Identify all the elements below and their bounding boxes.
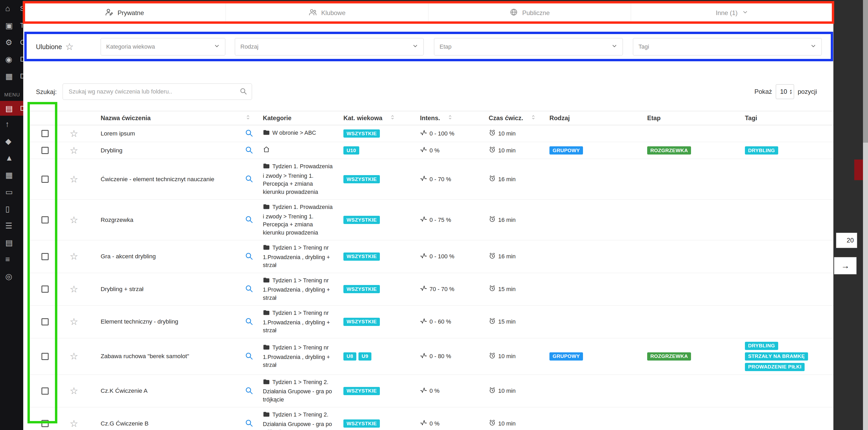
favorite-star-icon[interactable]: ☆ xyxy=(70,175,78,184)
age-badge: WSZYSTKIE xyxy=(343,175,380,183)
sidebar-item[interactable]: ▲ xyxy=(0,150,23,166)
tab-publiczne[interactable]: Publiczne xyxy=(428,2,631,24)
time-value: 15 min xyxy=(498,318,516,325)
sort-icon[interactable] xyxy=(447,114,453,122)
favorite-star-icon[interactable]: ☆ xyxy=(70,386,78,396)
preview-search-icon[interactable] xyxy=(245,386,253,396)
age-badge: U8 xyxy=(343,352,356,361)
arrow-up-icon: ↑ xyxy=(5,120,15,129)
row-checkbox[interactable] xyxy=(41,353,49,360)
filter-dropdown-etap[interactable]: Etap xyxy=(434,38,623,56)
favorite-star-icon[interactable]: ☆ xyxy=(70,317,78,327)
column-header-intensity[interactable]: Intens. xyxy=(417,114,486,122)
preview-cell xyxy=(238,284,260,294)
tags-cell: DRYBLINGSTRZAŁY NA BRAMKĘPROWADZENIE PIŁ… xyxy=(742,342,833,371)
column-header-name[interactable]: Nazwa ćwiczenia xyxy=(89,114,260,122)
column-header-time[interactable]: Czas ćwicz. xyxy=(486,114,547,122)
favorite-star-icon[interactable]: ☆ xyxy=(70,215,78,225)
column-header-age[interactable]: Kat. wiekowa xyxy=(341,114,417,122)
favorites-toggle[interactable]: Ulubione ☆ xyxy=(36,38,74,56)
row-checkbox[interactable] xyxy=(41,285,49,293)
sidebar-item[interactable]: ▦ xyxy=(0,166,23,183)
table-row: ☆RozgrzewkaTydzien 1. Prowadzenia i zwod… xyxy=(30,200,833,240)
sidebar-item[interactable]: ▯ xyxy=(0,200,23,217)
row-checkbox[interactable] xyxy=(41,147,49,154)
favorite-star-icon[interactable]: ☆ xyxy=(70,284,78,294)
category-cell: Tydzien 1 > Trening nr 1.Prowadzenia , d… xyxy=(260,344,341,369)
stepper-arrows-icon[interactable]: ▴▾ xyxy=(790,89,792,95)
tab-inne-1-[interactable]: Inne (1) xyxy=(631,2,833,24)
row-checkbox[interactable] xyxy=(41,318,49,326)
table-row: ☆Element techniczny - dryblingTydzien 1 … xyxy=(30,306,833,338)
preview-search-icon[interactable] xyxy=(245,351,253,361)
preview-search-icon[interactable] xyxy=(245,252,253,262)
preview-search-icon[interactable] xyxy=(245,129,253,139)
page-size-select[interactable]: 10 ▴▾ xyxy=(776,84,794,99)
sidebar-item[interactable]: ▦D xyxy=(0,68,23,85)
sidebar-item[interactable]: ▣T xyxy=(0,17,23,34)
sidebar-item[interactable]: ≡ xyxy=(0,251,23,268)
filter-dropdown-tagi[interactable]: Tagi xyxy=(633,38,822,56)
favorite-star-icon[interactable]: ☆ xyxy=(70,146,78,155)
sidebar-item[interactable]: ◆ xyxy=(0,132,23,150)
preview-search-icon[interactable] xyxy=(245,284,253,294)
sort-icon[interactable] xyxy=(390,114,396,122)
sidebar: ⌂S▣T⚙C◉D▦D MENU ▤D ↑◆▲▦▭▯☰▤≡◎ xyxy=(0,0,23,430)
folder-icon xyxy=(263,277,270,286)
row-checkbox[interactable] xyxy=(41,253,49,260)
preview-cell xyxy=(238,129,260,139)
sort-icon[interactable] xyxy=(245,114,251,122)
sidebar-item[interactable]: ⌂S xyxy=(0,0,23,17)
clock-icon xyxy=(489,352,496,361)
tab-klubowe[interactable]: Klubowe xyxy=(225,2,428,24)
sidebar-item[interactable]: ↑ xyxy=(0,116,23,132)
dropdown-label: Rodzaj xyxy=(240,43,258,50)
sidebar-item[interactable]: ⚙C xyxy=(0,34,23,51)
sidebar-item[interactable]: ▤ xyxy=(0,234,23,251)
next-arrow-button[interactable]: → xyxy=(834,257,857,274)
intensity-value: 0 - 75 % xyxy=(430,217,451,223)
filter-dropdown-rodzaj[interactable]: Rodzaj xyxy=(235,38,424,56)
favorite-star-icon[interactable]: ☆ xyxy=(70,252,78,261)
select-cell xyxy=(30,176,59,183)
column-header-stage: Etap xyxy=(645,115,742,122)
favorite-star-icon[interactable]: ☆ xyxy=(70,419,78,428)
preview-search-icon[interactable] xyxy=(245,215,253,225)
menu-item-icon: ▤ xyxy=(5,238,15,247)
sidebar-item[interactable]: ◉D xyxy=(0,51,23,68)
tag-badge: STRZAŁY NA BRAMKĘ xyxy=(745,352,808,361)
preview-search-icon[interactable] xyxy=(245,419,253,428)
show-label: Pokaż xyxy=(754,88,772,95)
search-input[interactable] xyxy=(63,84,252,100)
tab-prywatne[interactable]: Prywatne xyxy=(23,2,225,24)
sidebar-item[interactable]: ☰ xyxy=(0,217,23,234)
row-checkbox[interactable] xyxy=(41,176,49,183)
preview-cell xyxy=(238,419,260,428)
filterbar: Ulubione ☆ Kategoria wiekowaRodzajEtapTa… xyxy=(23,38,833,56)
sidebar-item[interactable]: ◎ xyxy=(0,268,23,285)
exercise-name: Zabawa ruchowa "berek samolot" xyxy=(89,353,238,360)
chevron-down-icon xyxy=(810,42,817,51)
row-checkbox[interactable] xyxy=(41,388,49,395)
time-cell: 10 min xyxy=(486,387,547,395)
page-size-group: Pokaż 10 ▴▾ pozycji xyxy=(754,84,817,100)
sidebar-item[interactable]: ▤D xyxy=(0,101,23,116)
select-cell xyxy=(30,388,59,395)
page-size-value: 10 xyxy=(780,88,788,95)
age-category-cell: WSZYSTKIE xyxy=(341,216,417,224)
filter-dropdown-kategoria-wiekowa[interactable]: Kategoria wiekowa xyxy=(101,38,225,56)
row-checkbox[interactable] xyxy=(41,130,49,137)
scrollbar-thumb[interactable] xyxy=(863,0,868,143)
favorite-star-icon[interactable]: ☆ xyxy=(70,129,78,139)
sidebar-item[interactable]: ▭ xyxy=(0,183,23,200)
row-checkbox[interactable] xyxy=(41,216,49,223)
time-value: 16 min xyxy=(498,253,516,260)
preview-search-icon[interactable] xyxy=(245,174,253,184)
sort-icon[interactable] xyxy=(530,114,536,122)
menu-item-icon: ◎ xyxy=(5,272,15,281)
preview-search-icon[interactable] xyxy=(245,146,253,155)
favorite-star-icon[interactable]: ☆ xyxy=(70,351,78,361)
row-checkbox[interactable] xyxy=(41,420,49,427)
scrollbar[interactable] xyxy=(863,0,868,430)
preview-search-icon[interactable] xyxy=(245,317,253,327)
